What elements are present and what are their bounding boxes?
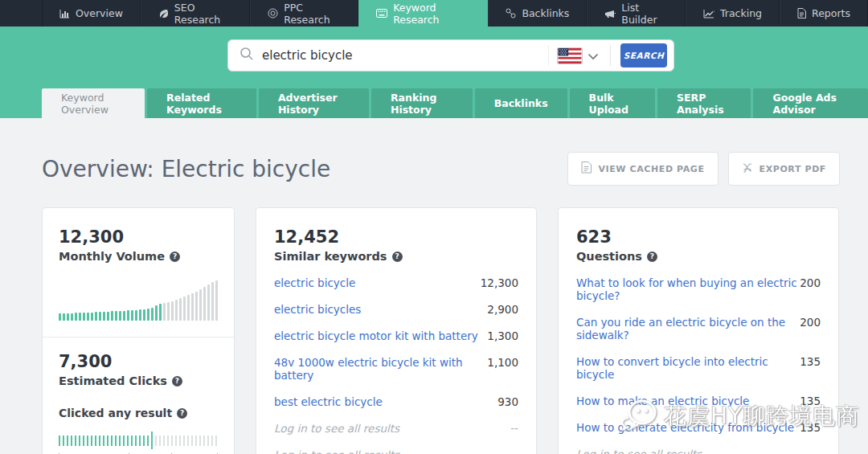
keyword-link[interactable]: best electric bicycle — [274, 395, 383, 408]
view-cached-page-button[interactable]: VIEW CACHED PAGE — [567, 152, 718, 186]
question-link[interactable]: How to generate electricity from bicycle — [576, 421, 794, 434]
subtab-ranking-history[interactable]: Ranking History — [371, 88, 473, 118]
question-volume: 200 — [800, 276, 821, 289]
nav-tab-label: Reports — [812, 7, 850, 19]
question-volume: 135 — [800, 421, 821, 434]
questions-label: Questions — [576, 250, 642, 263]
help-icon[interactable]: ? — [392, 252, 403, 262]
volume-sparkline — [59, 279, 218, 321]
keyword-volume: 1,300 — [487, 329, 518, 342]
similar-keywords-list: electric bicycle 12,300 electric bicycle… — [274, 276, 518, 408]
login-link[interactable]: Log in to see all results — [274, 448, 399, 454]
subtab-google-ads-advisor[interactable]: Google Ads Advisor — [753, 88, 868, 118]
divider — [610, 45, 611, 66]
questions-value: 623 — [576, 227, 821, 247]
subtab-backlinks[interactable]: Backlinks — [475, 88, 567, 118]
question-row: How to convert bicycle into electric bic… — [576, 355, 821, 381]
estimated-clicks-value: 7,300 — [59, 352, 218, 371]
nav-tab-label: SEO Research — [174, 2, 232, 26]
nav-tab-reports[interactable]: Reports — [780, 0, 868, 27]
keyboard-icon — [376, 9, 387, 18]
search-band: SEARCH Keyword Overview Related Keywords… — [0, 27, 868, 118]
question-volume: 135 — [800, 355, 821, 368]
bar-chart-icon — [59, 9, 70, 18]
report-icon — [797, 8, 806, 18]
search-button[interactable]: SEARCH — [620, 43, 667, 67]
nav-tab-seo-research[interactable]: SEO Research — [141, 0, 250, 27]
subtab-related-keywords[interactable]: Related Keywords — [147, 88, 256, 118]
nav-tab-keyword-research[interactable]: Keyword Research — [358, 0, 488, 27]
target-icon — [268, 8, 278, 18]
question-link[interactable]: How to convert bicycle into electric bic… — [576, 355, 800, 381]
keyword-row: electric bicycle motor kit with battery … — [274, 329, 518, 342]
subtab-advertiser-history[interactable]: Advertiser History — [259, 88, 369, 118]
locked-row: Log in to see all results -- — [274, 448, 518, 454]
keyword-link[interactable]: electric bicycles — [274, 303, 361, 316]
help-icon[interactable]: ? — [177, 408, 187, 419]
locked-value: -- — [510, 422, 518, 435]
question-row: How to make an electric bicycle 135 — [576, 395, 821, 407]
help-icon[interactable]: ? — [170, 252, 180, 262]
help-icon[interactable]: ? — [172, 376, 182, 387]
export-pdf-button[interactable]: EXPORT PDF — [728, 152, 840, 186]
nav-tab-list-builder[interactable]: List Builder — [587, 0, 686, 27]
nav-tab-label: PPC Research — [284, 2, 341, 26]
pdf-icon — [742, 162, 753, 176]
clicked-any-result-gauge — [59, 431, 218, 450]
nav-tab-label: Overview — [76, 7, 123, 19]
similar-keywords-label: Similar keywords — [274, 250, 387, 263]
keyword-row: 48v 1000w electric bicycle kit with batt… — [274, 356, 518, 382]
question-link[interactable]: How to make an electric bicycle — [576, 395, 749, 407]
similar-keywords-card: 12,452 Similar keywords? electric bicycl… — [256, 207, 537, 454]
question-row: Can you ride an electric bicycle on the … — [576, 316, 821, 342]
leaf-icon — [158, 9, 169, 18]
country-selector[interactable] — [549, 47, 607, 64]
clicked-any-result-label: Clicked any result — [59, 407, 172, 419]
monthly-volume-value: 12,300 — [59, 227, 218, 247]
keyword-row: electric bicycle 12,300 — [274, 276, 518, 289]
search-box: SEARCH — [227, 39, 674, 72]
chevron-down-icon — [588, 48, 599, 63]
question-link[interactable]: Can you ride an electric bicycle on the … — [576, 316, 800, 342]
trend-icon — [703, 9, 714, 18]
subtab-bulk-upload[interactable]: Bulk Upload — [570, 88, 655, 118]
nav-tab-tracking[interactable]: Tracking — [686, 0, 780, 27]
nav-tab-label: Keyword Research — [393, 2, 470, 26]
question-volume: 200 — [800, 316, 821, 329]
question-link[interactable]: What to look for when buying an electric… — [576, 276, 800, 302]
megaphone-icon — [604, 9, 616, 18]
search-icon — [240, 47, 254, 64]
nav-tab-ppc-research[interactable]: PPC Research — [250, 0, 358, 27]
locked-row: Log in to see all results -- — [576, 448, 821, 454]
locked-value: -- — [510, 448, 518, 454]
subtab-bar: Keyword Overview Related Keywords Advert… — [0, 84, 868, 118]
keyword-link[interactable]: electric bicycle motor kit with battery — [274, 329, 478, 342]
similar-keywords-value: 12,452 — [274, 227, 518, 247]
questions-card: 623 Questions? What to look for when buy… — [558, 207, 839, 454]
search-input[interactable] — [262, 45, 549, 66]
keyword-link[interactable]: 48v 1000w electric bicycle kit with batt… — [274, 356, 487, 382]
questions-list: What to look for when buying an electric… — [576, 276, 821, 434]
keyword-volume: 930 — [497, 395, 518, 408]
similar-keywords-locked-list: Log in to see all results -- Log in to s… — [274, 422, 518, 454]
nav-tab-backlinks[interactable]: Backlinks — [488, 0, 587, 27]
top-nav: Overview SEO Research PPC Research Keywo… — [0, 0, 868, 27]
view-cached-page-label: VIEW CACHED PAGE — [598, 164, 704, 174]
subtab-keyword-overview[interactable]: Keyword Overview — [42, 88, 145, 118]
question-row: How to generate electricity from bicycle… — [576, 421, 821, 434]
keyword-volume: 2,900 — [487, 303, 518, 316]
nav-tab-label: List Builder — [621, 2, 668, 26]
nav-tab-overview[interactable]: Overview — [42, 0, 141, 27]
login-link[interactable]: Log in to see all results — [274, 422, 399, 435]
page-title: Overview: Electric bicycle — [42, 156, 330, 182]
nav-tab-label: Backlinks — [522, 7, 569, 19]
help-icon[interactable]: ? — [647, 252, 657, 262]
monthly-volume-card: 12,300 Monthly Volume? 7,300 Estimated C… — [42, 207, 235, 454]
keyword-row: best electric bicycle 930 — [274, 395, 518, 408]
keyword-link[interactable]: electric bicycle — [274, 276, 355, 289]
question-row: What to look for when buying an electric… — [576, 276, 821, 302]
keyword-row: electric bicycles 2,900 — [274, 303, 518, 316]
subtab-serp-analysis[interactable]: SERP Analysis — [657, 88, 751, 118]
divider — [43, 337, 234, 337]
login-link[interactable]: Log in to see all results — [576, 448, 702, 454]
